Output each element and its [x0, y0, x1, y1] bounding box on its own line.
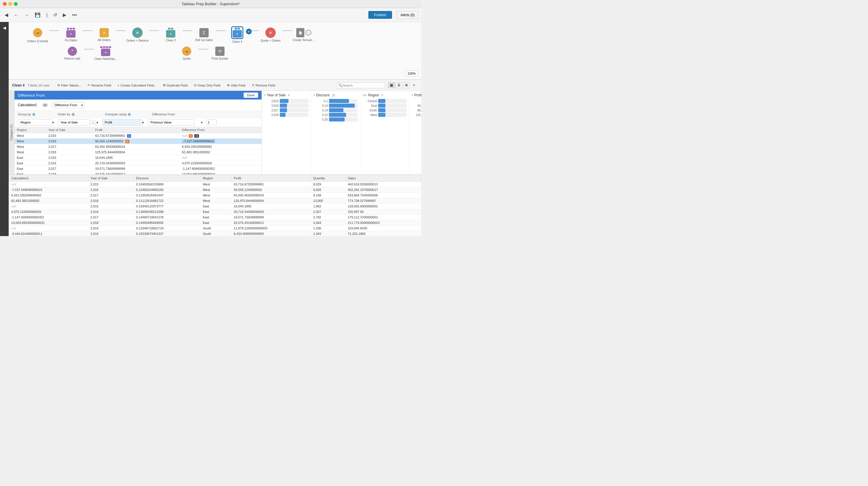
- sidebar-toggle[interactable]: ◀: [3, 11, 10, 19]
- node-orders-central[interactable]: 📦 Orders (Central): [26, 27, 49, 43]
- sort-asc-btn[interactable]: ↑↓: [90, 120, 96, 125]
- view-table-btn[interactable]: ⊞: [403, 82, 410, 88]
- node-clean-notes[interactable]: ✦ Clean Notes/Ap...: [94, 46, 117, 61]
- done-button[interactable]: Done: [244, 93, 258, 98]
- keep-only-button[interactable]: ⊡ Keep Only Field: [191, 82, 223, 88]
- orderby-select-wrapper[interactable]: Year of Sale Region ↑↓: [58, 119, 100, 126]
- node-fix-dates[interactable]: ✦ Fix Dates: [59, 28, 83, 42]
- calc-cell-profit: 125,975.8444000004: [93, 150, 180, 155]
- table-row: 62,483.38510000022,0180.11112616681722We…: [9, 198, 421, 204]
- calc-cell-year: 2,017: [46, 144, 93, 150]
- difffrom-select-wrapper[interactable]: Previous Value First Value Last Value: [148, 119, 204, 126]
- orderby-select[interactable]: Year of Sale Region: [58, 119, 90, 126]
- col-header-year[interactable]: Year of Sale: [46, 127, 93, 133]
- table-cell: 128,092.6900000001: [345, 204, 421, 209]
- calc-cell-region: East: [14, 161, 46, 166]
- table-cell: East: [200, 215, 231, 220]
- view-list-btn[interactable]: ☰: [396, 82, 402, 88]
- table-cell: 8,029: [311, 182, 345, 187]
- more-options-btn[interactable]: ▾: [410, 82, 418, 88]
- col-header-sales[interactable]: Sales: [345, 175, 421, 182]
- add-groupby-btn[interactable]: ⊕: [32, 112, 36, 117]
- sidebar-collapse-btn[interactable]: ◀: [1, 24, 8, 31]
- content-area: 📦 Orders (Central): [9, 22, 421, 236]
- calc-type-select-wrapper[interactable]: Difference From Running Total Rank: [52, 102, 85, 108]
- search-icon: 🔍: [338, 83, 343, 87]
- bar-fill: [378, 108, 385, 112]
- create-calc-button[interactable]: + Create Calculated Field...: [115, 83, 159, 88]
- calc-cell-region: East: [14, 166, 46, 171]
- bar-label: Central: [363, 99, 377, 103]
- node-quota-orders[interactable]: ⊕ Quota + Orders: [259, 28, 282, 42]
- groupby-select-wrapper[interactable]: Region Year of Sale: [18, 119, 56, 126]
- table-row: -7,157.5480999996152,0160.12483164983165…: [9, 187, 421, 193]
- bar-fill: [378, 113, 385, 117]
- node-clean4[interactable]: ✦ + Clean 4: [226, 26, 249, 43]
- duplicate-field-button[interactable]: ⊞ Duplicate Field: [160, 82, 191, 88]
- calc-cell-region: West: [14, 133, 46, 138]
- publish-button[interactable]: Publish: [368, 11, 392, 19]
- forward-button[interactable]: →: [23, 11, 31, 19]
- difffrom-select[interactable]: Previous Value First Value Last Value: [148, 119, 194, 126]
- refresh-button[interactable]: ↺: [52, 11, 59, 19]
- node-clean2[interactable]: ✦ Clean 2: [159, 28, 182, 42]
- node-clean4-label: Clean 4: [232, 40, 242, 43]
- groupby-label: Group by: [18, 112, 31, 116]
- compute-select-wrapper[interactable]: Profit Quantity Sales: [102, 119, 146, 126]
- compute-select[interactable]: Profit Quantity Sales: [102, 119, 143, 126]
- col-header-region[interactable]: Region: [14, 127, 46, 133]
- node-pivot-quotas[interactable]: ⟲ Pivot Quotas: [208, 46, 231, 60]
- add-compute-btn[interactable]: ⊕: [128, 112, 131, 117]
- bar-label: 0: [412, 99, 421, 103]
- node-returns-all[interactable]: 📦 Returns (all): [61, 46, 84, 60]
- close-button[interactable]: [3, 2, 7, 6]
- col-header-yearofsale[interactable]: Year of Sale: [88, 175, 134, 182]
- more-button[interactable]: •••: [70, 11, 79, 19]
- bar-label: 0.14: [313, 104, 328, 107]
- add-after-clean4[interactable]: +: [246, 29, 252, 34]
- remove-field-button[interactable]: ✕ Remove Field: [249, 82, 278, 88]
- add-orderby-btn[interactable]: ⊕: [71, 112, 75, 117]
- col-header-profit[interactable]: Profit: [231, 175, 311, 182]
- run-button[interactable]: ▶: [61, 11, 68, 19]
- zoom-indicator: 100%: [405, 71, 418, 76]
- back-button[interactable]: ←: [12, 11, 20, 19]
- col-header-region[interactable]: Region: [200, 175, 231, 182]
- calc-cell-year: 2,015: [46, 133, 93, 138]
- search-box[interactable]: 🔍: [336, 83, 385, 88]
- difffrom-num-input[interactable]: [207, 120, 217, 125]
- table-cell: -7,157.548099999615: [9, 187, 88, 193]
- filter-values-button[interactable]: ⧉ Filter Values...: [55, 82, 84, 88]
- profile-col-profit: # Profit 160 40,000 80,000 120,000: [409, 91, 421, 174]
- node-all-orders[interactable]: ≡ All Orders: [93, 28, 116, 42]
- profile-bar-row: 2,017: [264, 108, 308, 112]
- col-header-calculation1[interactable]: Calculation1: [9, 175, 88, 182]
- view-cards-btn[interactable]: ▦: [388, 82, 395, 88]
- node-orders-returns[interactable]: ⊕ Orders + Returns: [126, 28, 149, 42]
- bar-fill: [329, 99, 349, 103]
- alerts-button[interactable]: Alerts (0): [397, 11, 418, 19]
- col-header-diff[interactable]: Difference From: [180, 127, 261, 133]
- groupby-select[interactable]: Region Year of Sale: [18, 119, 53, 126]
- profile-col-region: Abc Region 4Central East South West: [360, 91, 409, 174]
- hide-field-button[interactable]: 👁 Hide Field: [224, 83, 249, 88]
- search-input[interactable]: [343, 84, 383, 87]
- maximize-button[interactable]: [14, 2, 18, 6]
- col-header-discount[interactable]: Discount: [134, 175, 200, 182]
- bar-label: 0.1: [313, 99, 328, 103]
- col-header-quantity[interactable]: Quantity: [311, 175, 345, 182]
- node-create-annual[interactable]: 📄 ▷ Create 'Annual ...: [292, 28, 315, 42]
- minimize-button[interactable]: [8, 2, 12, 6]
- save-button[interactable]: 💾: [33, 11, 42, 19]
- bar-track: [280, 103, 308, 108]
- node-quota[interactable]: 📦 Quota: [175, 46, 198, 60]
- node-rollup-sales[interactable]: Σ Roll Up Sales: [192, 28, 216, 42]
- hide-icon: 👁: [227, 84, 230, 87]
- col-header-profit[interactable]: Profit: [93, 127, 180, 133]
- bar-label: 80,000: [412, 109, 421, 112]
- bar-label: 2,015: [264, 99, 279, 103]
- rename-field-button[interactable]: ✏ Rename Field: [85, 82, 114, 88]
- node-rollup-sales-label: Roll Up Sales: [195, 38, 213, 42]
- table-row: 13,003.69530000000212,0180.1495049504950…: [9, 220, 421, 226]
- calc-type-select[interactable]: Difference From Running Total Rank: [52, 102, 85, 108]
